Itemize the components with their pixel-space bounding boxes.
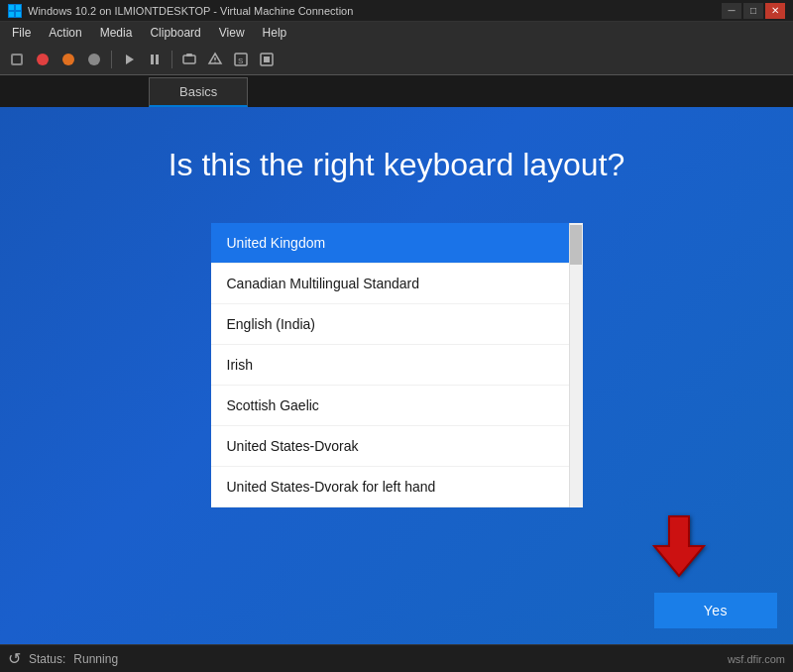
- status-value: Running: [73, 652, 118, 666]
- menu-view[interactable]: View: [211, 24, 253, 42]
- menu-bar: File Action Media Clipboard View Help: [0, 22, 793, 44]
- svg-rect-3: [16, 12, 21, 17]
- svg-point-8: [88, 54, 100, 65]
- close-button[interactable]: ✕: [765, 3, 785, 19]
- toolbar-btn-2[interactable]: [32, 49, 54, 70]
- minimize-button[interactable]: ─: [722, 3, 741, 19]
- svg-marker-20: [654, 516, 704, 576]
- menu-help[interactable]: Help: [255, 24, 295, 42]
- list-item-scottish-gaelic[interactable]: Scottish Gaelic: [211, 386, 583, 426]
- list-item-us-dvorak-left[interactable]: United States-Dvorak for left hand: [211, 467, 583, 507]
- toolbar-btn-10[interactable]: [256, 49, 278, 70]
- window-title: Windows 10.2 on ILMIONTDESKTOP - Virtual…: [28, 5, 716, 17]
- toolbar-btn-8[interactable]: [204, 49, 226, 70]
- down-arrow-icon: [644, 511, 714, 581]
- svg-rect-1: [16, 5, 21, 10]
- list-item-canadian[interactable]: Canadian Multilingual Standard: [211, 264, 583, 304]
- status-bar: ↺ Status: Running wsf.dfir.com: [0, 644, 793, 672]
- tab-basics[interactable]: Basics: [149, 77, 248, 107]
- page-question: Is this the right keyboard layout?: [169, 147, 625, 183]
- toolbar-sep-1: [111, 51, 112, 68]
- tabs-bar: Basics: [0, 75, 793, 107]
- title-bar: Windows 10.2 on ILMIONTDESKTOP - Virtual…: [0, 0, 793, 22]
- toolbar: S: [0, 44, 793, 75]
- toolbar-sep-2: [171, 51, 172, 68]
- svg-point-7: [62, 54, 74, 65]
- list-item-united-kingdom[interactable]: United Kingdom: [211, 223, 583, 264]
- toolbar-btn-5[interactable]: [118, 49, 140, 70]
- menu-action[interactable]: Action: [41, 24, 89, 42]
- status-label: Status:: [29, 652, 65, 666]
- svg-rect-13: [186, 54, 192, 56]
- svg-marker-9: [126, 55, 134, 64]
- svg-rect-2: [9, 12, 14, 17]
- keyboard-layout-list[interactable]: United Kingdom Canadian Multilingual Sta…: [211, 223, 583, 507]
- list-item-irish[interactable]: Irish: [211, 345, 583, 386]
- svg-text:S: S: [238, 56, 243, 65]
- main-content: Is this the right keyboard layout? Unite…: [0, 107, 793, 644]
- app-icon: [8, 4, 22, 18]
- toolbar-btn-7[interactable]: [178, 49, 200, 70]
- svg-rect-10: [151, 55, 154, 64]
- svg-rect-12: [183, 56, 195, 63]
- yes-button[interactable]: Yes: [654, 593, 777, 628]
- svg-rect-5: [13, 56, 21, 63]
- svg-rect-0: [9, 5, 14, 10]
- scrollbar-thumb[interactable]: [570, 225, 582, 265]
- menu-media[interactable]: Media: [92, 24, 141, 42]
- arrow-indicator: [644, 511, 714, 585]
- window-controls: ─ □ ✕: [722, 3, 785, 19]
- list-scrollbar[interactable]: [569, 223, 583, 507]
- svg-rect-19: [264, 56, 270, 62]
- maximize-button[interactable]: □: [743, 3, 763, 19]
- svg-point-15: [214, 61, 215, 62]
- svg-point-6: [37, 54, 49, 65]
- list-item-us-dvorak[interactable]: United States-Dvorak: [211, 426, 583, 467]
- toolbar-btn-6[interactable]: [144, 49, 166, 70]
- toolbar-btn-4[interactable]: [83, 49, 105, 70]
- keyboard-layout-container: United Kingdom Canadian Multilingual Sta…: [211, 223, 583, 507]
- svg-rect-11: [156, 55, 159, 64]
- watermark: wsf.dfir.com: [728, 653, 785, 665]
- toolbar-btn-1[interactable]: [6, 49, 28, 70]
- menu-clipboard[interactable]: Clipboard: [142, 24, 208, 42]
- list-item-english-india[interactable]: English (India): [211, 304, 583, 345]
- menu-file[interactable]: File: [4, 24, 39, 42]
- toolbar-btn-3[interactable]: [57, 49, 79, 70]
- status-icon: ↺: [8, 649, 21, 668]
- toolbar-btn-9[interactable]: S: [230, 49, 252, 70]
